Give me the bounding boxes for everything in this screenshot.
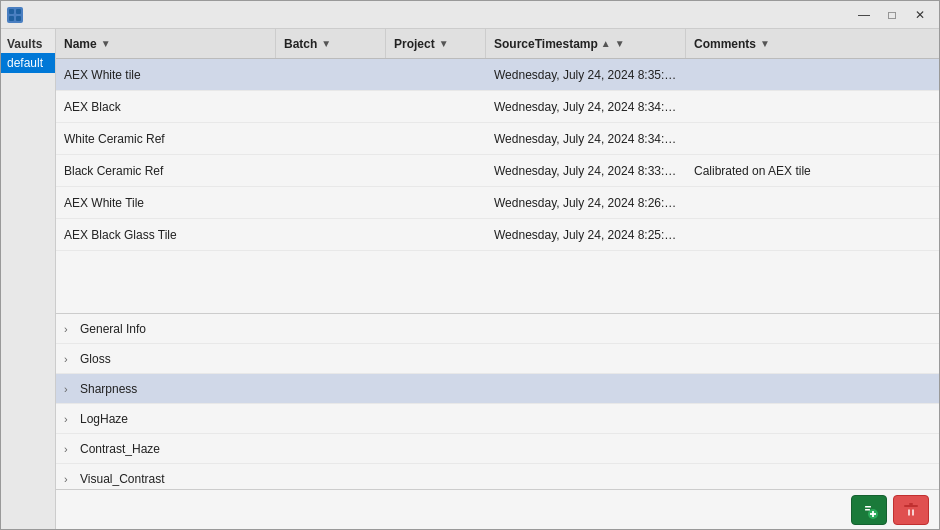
property-label: Visual_Contrast [80,472,165,486]
cell-source-timestamp: Wednesday, July 24, 2024 8:26:15 AM [486,196,686,210]
expand-icon: › [64,413,80,425]
properties-list: › General Info › Gloss › Sharpness › Log… [56,314,939,489]
cell-name: AEX Black Glass Tile [56,228,276,242]
expand-icon: › [64,323,80,335]
table-row[interactable]: Black Ceramic Ref Wednesday, July 24, 20… [56,155,939,187]
property-label: Gloss [80,352,111,366]
close-button[interactable]: ✕ [907,5,933,25]
table-header: Name ▼ Batch ▼ Project ▼ SourceTimestamp… [56,29,939,59]
main-window: — □ ✕ Vaults default Name ▼ Bat [0,0,940,530]
property-label: Sharpness [80,382,137,396]
property-row[interactable]: › Visual_Contrast [56,464,939,489]
table-row[interactable]: White Ceramic Ref Wednesday, July 24, 20… [56,123,939,155]
table-row[interactable]: AEX Black Glass Tile Wednesday, July 24,… [56,219,939,251]
svg-rect-1 [16,9,21,14]
property-label: LogHaze [80,412,128,426]
column-batch-label: Batch [284,37,317,51]
svg-rect-11 [904,505,918,507]
property-row[interactable]: › General Info [56,314,939,344]
column-source-label: SourceTimestamp [494,37,598,51]
add-button[interactable] [851,495,887,525]
sidebar: Vaults default [1,29,56,529]
property-row[interactable]: › Contrast_Haze [56,434,939,464]
table-row[interactable]: AEX White Tile Wednesday, July 24, 2024 … [56,187,939,219]
cell-name: AEX White Tile [56,196,276,210]
cell-name: Black Ceramic Ref [56,164,276,178]
table-area: Name ▼ Batch ▼ Project ▼ SourceTimestamp… [56,29,939,314]
cell-source-timestamp: Wednesday, July 24, 2024 8:34:46 AM [486,100,686,114]
vaults-label: Vaults [1,33,55,53]
svg-rect-0 [9,9,14,14]
column-name-label: Name [64,37,97,51]
cell-name: AEX White tile [56,68,276,82]
svg-rect-10 [906,507,916,518]
table-body: AEX White tile Wednesday, July 24, 2024 … [56,59,939,313]
svg-rect-8 [865,506,871,508]
sidebar-item-default[interactable]: default [1,53,55,73]
expand-icon: › [64,353,80,365]
expand-icon: › [64,383,80,395]
svg-rect-12 [909,503,913,505]
table-row[interactable]: AEX White tile Wednesday, July 24, 2024 … [56,59,939,91]
svg-rect-3 [16,16,21,21]
expand-icon: › [64,443,80,455]
delete-icon [901,500,921,520]
source-filter-icon: ▼ [615,38,625,49]
batch-filter-icon: ▼ [321,38,331,49]
expand-icon: › [64,473,80,485]
svg-rect-9 [865,509,870,511]
delete-button[interactable] [893,495,929,525]
add-icon [859,500,879,520]
property-row[interactable]: › LogHaze [56,404,939,434]
cell-name: AEX Black [56,100,276,114]
maximize-button[interactable]: □ [879,5,905,25]
cell-source-timestamp: Wednesday, July 24, 2024 8:33:11 AM [486,164,686,178]
cell-source-timestamp: Wednesday, July 24, 2024 8:34:16 AM [486,132,686,146]
content-area: Vaults default Name ▼ Batch ▼ [1,29,939,529]
property-row[interactable]: › Sharpness [56,374,939,404]
bottom-bar [56,489,939,529]
main-panel: Name ▼ Batch ▼ Project ▼ SourceTimestamp… [56,29,939,529]
column-project-label: Project [394,37,435,51]
app-icon [7,7,23,23]
column-comments-label: Comments [694,37,756,51]
name-filter-icon: ▼ [101,38,111,49]
svg-rect-2 [9,16,14,21]
column-source-timestamp[interactable]: SourceTimestamp ▲ ▼ [486,29,686,58]
table-row[interactable]: AEX Black Wednesday, July 24, 2024 8:34:… [56,91,939,123]
property-label: General Info [80,322,146,336]
column-comments[interactable]: Comments ▼ [686,29,939,58]
column-name[interactable]: Name ▼ [56,29,276,58]
source-sort-icon: ▲ [601,38,611,49]
column-batch[interactable]: Batch ▼ [276,29,386,58]
properties-panel: › General Info › Gloss › Sharpness › Log… [56,314,939,529]
cell-name: White Ceramic Ref [56,132,276,146]
column-project[interactable]: Project ▼ [386,29,486,58]
cell-comments: Calibrated on AEX tile [686,164,939,178]
cell-source-timestamp: Wednesday, July 24, 2024 8:35:13 AM [486,68,686,82]
cell-source-timestamp: Wednesday, July 24, 2024 8:25:42 AM [486,228,686,242]
property-row[interactable]: › Gloss [56,344,939,374]
property-label: Contrast_Haze [80,442,160,456]
project-filter-icon: ▼ [439,38,449,49]
comments-filter-icon: ▼ [760,38,770,49]
title-bar: — □ ✕ [1,1,939,29]
title-bar-left [7,7,23,23]
minimize-button[interactable]: — [851,5,877,25]
title-bar-controls: — □ ✕ [851,5,933,25]
